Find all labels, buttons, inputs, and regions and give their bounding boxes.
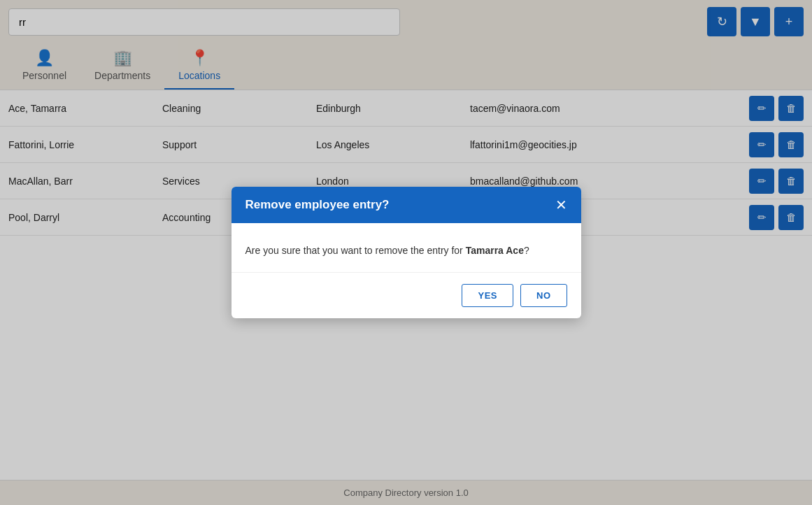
modal-body-suffix: ? <box>524 245 529 256</box>
modal-close-button[interactable]: ✕ <box>555 198 567 212</box>
modal-footer: YES NO <box>232 273 581 318</box>
modal-title: Remove employee entry? <box>245 198 390 212</box>
confirm-yes-button[interactable]: YES <box>462 284 513 307</box>
modal-body: Are you sure that you want to remove the… <box>232 223 581 273</box>
modal-employee-name: Tamarra Ace <box>466 245 524 256</box>
confirm-no-button[interactable]: NO <box>520 284 567 307</box>
modal-overlay: Remove employee entry? ✕ Are you sure th… <box>0 0 812 505</box>
modal-body-prefix: Are you sure that you want to remove the… <box>245 245 466 256</box>
close-icon: ✕ <box>555 197 567 213</box>
modal-header: Remove employee entry? ✕ <box>232 187 581 223</box>
modal-dialog: Remove employee entry? ✕ Are you sure th… <box>232 187 581 318</box>
